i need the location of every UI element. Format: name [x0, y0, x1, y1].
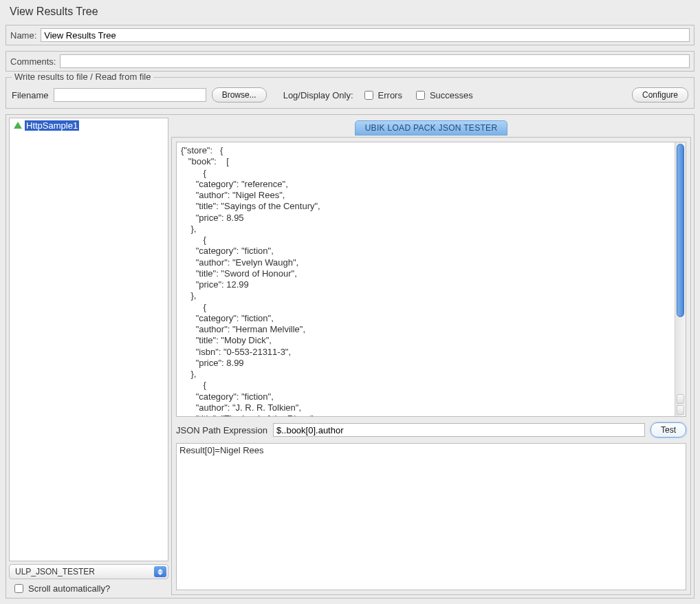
- configure-button[interactable]: Configure: [632, 87, 688, 103]
- errors-checkbox[interactable]: Errors: [362, 89, 402, 102]
- renderer-select[interactable]: ULP_JSON_TESTER: [9, 564, 168, 579]
- json-scrollbar[interactable]: [675, 142, 686, 416]
- comments-input[interactable]: [60, 54, 690, 68]
- page-title: View Results Tree: [0, 0, 700, 22]
- errors-checkbox-input[interactable]: [364, 91, 373, 100]
- chevron-updown-icon: [154, 566, 166, 577]
- json-view[interactable]: {"store": { "book": [ { "category": "ref…: [177, 142, 675, 416]
- jsonpath-row: JSON Path Expression Test: [176, 422, 686, 438]
- test-button[interactable]: Test: [650, 422, 686, 438]
- tab-bar: UBIK LOAD PACK JSON TESTER: [171, 118, 691, 136]
- name-label: Name:: [10, 30, 36, 41]
- scroll-down-icon[interactable]: [677, 405, 684, 415]
- successes-checkbox[interactable]: Successes: [413, 89, 473, 102]
- warning-icon: [14, 122, 22, 129]
- tab-json-tester[interactable]: UBIK LOAD PACK JSON TESTER: [355, 120, 508, 136]
- name-row: Name:: [6, 25, 694, 45]
- details-column: UBIK LOAD PACK JSON TESTER {"store": { "…: [171, 118, 691, 595]
- tree-item-httpsample1[interactable]: HttpSample1: [11, 120, 166, 131]
- scroll-up-icon[interactable]: [677, 394, 684, 404]
- main-area: HttpSample1 ULP_JSON_TESTER Scroll autom…: [6, 114, 694, 598]
- jsonpath-input[interactable]: [273, 423, 645, 437]
- tree-item-label: HttpSample1: [25, 120, 79, 131]
- tree-view[interactable]: HttpSample1: [9, 118, 168, 561]
- browse-button[interactable]: Browse...: [212, 87, 267, 103]
- logdisplay-label: Log/Display Only:: [283, 90, 353, 100]
- jsonpath-label: JSON Path Expression: [176, 425, 267, 435]
- scroll-auto-checkbox[interactable]: Scroll automatically?: [12, 582, 166, 595]
- scrollbar-thumb[interactable]: [677, 144, 684, 317]
- comments-row: Comments:: [6, 51, 694, 72]
- name-input[interactable]: [41, 28, 690, 42]
- successes-checkbox-label: Successes: [430, 90, 473, 100]
- scroll-auto-label: Scroll automatically?: [28, 583, 110, 594]
- json-pane: {"store": { "book": [ { "category": "ref…: [176, 142, 686, 417]
- write-results-fieldset: Write results to file / Read from file F…: [6, 77, 694, 109]
- tab-body: {"store": { "book": [ { "category": "ref…: [171, 137, 691, 595]
- errors-checkbox-label: Errors: [378, 90, 402, 100]
- filename-input[interactable]: [54, 88, 206, 102]
- comments-label: Comments:: [10, 56, 56, 67]
- tree-column: HttpSample1 ULP_JSON_TESTER Scroll autom…: [9, 118, 168, 595]
- scroll-auto-checkbox-input[interactable]: [14, 584, 23, 593]
- renderer-select-value: ULP_JSON_TESTER: [15, 567, 95, 576]
- filename-label: Filename: [12, 90, 48, 100]
- write-results-legend: Write results to file / Read from file: [12, 72, 153, 82]
- successes-checkbox-input[interactable]: [416, 91, 425, 100]
- result-box[interactable]: Result[0]=Nigel Rees: [176, 443, 686, 590]
